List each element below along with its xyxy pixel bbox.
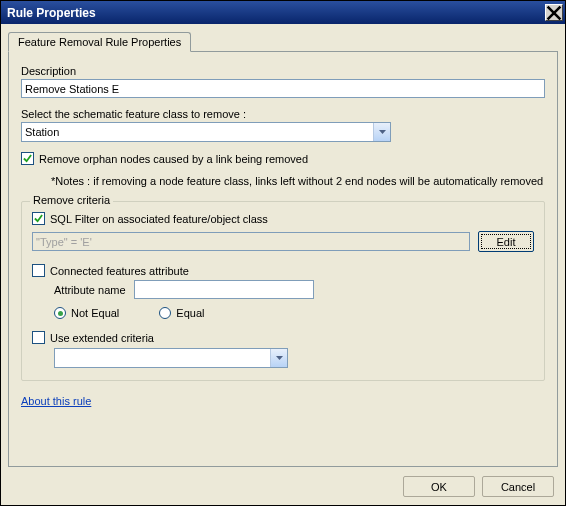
extended-criteria-select[interactable] xyxy=(54,348,288,368)
tab-panel: Description Select the schematic feature… xyxy=(8,51,558,467)
sql-filter-checkbox[interactable] xyxy=(32,212,45,225)
close-icon xyxy=(546,5,562,21)
remove-criteria-group: Remove criteria SQL Filter on associated… xyxy=(21,201,545,381)
chevron-down-icon xyxy=(276,356,283,360)
radio-dot-icon xyxy=(54,307,66,319)
tabstrip: Feature Removal Rule Properties xyxy=(8,32,558,51)
dropdown-button[interactable] xyxy=(373,123,390,141)
radio-not-equal-label: Not Equal xyxy=(71,307,119,319)
ok-button[interactable]: OK xyxy=(403,476,475,497)
radio-equal[interactable]: Equal xyxy=(159,307,204,319)
close-button[interactable] xyxy=(545,4,563,21)
remove-orphan-label: Remove orphan nodes caused by a link bei… xyxy=(39,153,308,165)
dropdown-button[interactable] xyxy=(270,349,287,367)
cancel-button[interactable]: Cancel xyxy=(482,476,554,497)
tab-feature-removal[interactable]: Feature Removal Rule Properties xyxy=(8,32,191,52)
sql-filter-row[interactable]: SQL Filter on associated feature/object … xyxy=(32,212,534,225)
dialog-footer: OK Cancel xyxy=(8,467,558,497)
sql-filter-label: SQL Filter on associated feature/object … xyxy=(50,213,268,225)
remove-criteria-legend: Remove criteria xyxy=(30,194,113,206)
window-title: Rule Properties xyxy=(7,6,545,20)
radio-equal-label: Equal xyxy=(176,307,204,319)
check-icon xyxy=(34,214,43,223)
check-icon xyxy=(23,154,32,163)
attribute-name-input[interactable] xyxy=(134,280,314,299)
feature-class-label: Select the schematic feature class to re… xyxy=(21,108,545,120)
feature-class-value: Station xyxy=(22,126,373,138)
extended-criteria-label: Use extended criteria xyxy=(50,332,154,344)
connected-features-row[interactable]: Connected features attribute xyxy=(32,264,534,277)
edit-button[interactable]: Edit xyxy=(478,231,534,252)
attribute-name-label: Attribute name xyxy=(54,284,126,296)
remove-orphan-checkbox[interactable] xyxy=(21,152,34,165)
connected-features-label: Connected features attribute xyxy=(50,265,189,277)
sql-filter-input xyxy=(32,232,470,251)
remove-orphan-row[interactable]: Remove orphan nodes caused by a link bei… xyxy=(21,152,545,165)
tab-label: Feature Removal Rule Properties xyxy=(18,36,181,48)
radio-not-equal[interactable]: Not Equal xyxy=(54,307,119,319)
connected-features-checkbox[interactable] xyxy=(32,264,45,277)
extended-criteria-checkbox[interactable] xyxy=(32,331,45,344)
description-label: Description xyxy=(21,65,545,77)
description-input[interactable] xyxy=(21,79,545,98)
titlebar: Rule Properties xyxy=(1,1,565,24)
about-rule-link[interactable]: About this rule xyxy=(21,395,545,407)
chevron-down-icon xyxy=(379,130,386,134)
radio-dot-icon xyxy=(159,307,171,319)
extended-criteria-row[interactable]: Use extended criteria xyxy=(32,331,534,344)
feature-class-select[interactable]: Station xyxy=(21,122,391,142)
notes-text: *Notes : if removing a node feature clas… xyxy=(51,175,545,187)
